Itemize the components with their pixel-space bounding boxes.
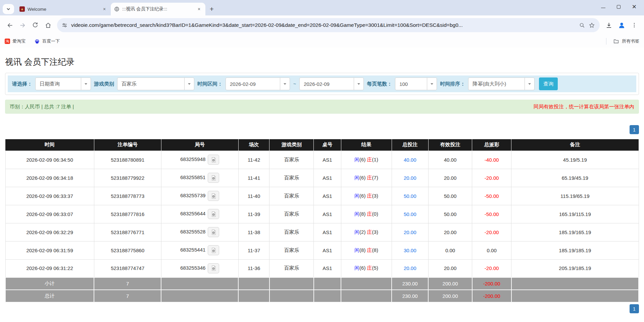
tab-search-button[interactable] (3, 4, 14, 14)
date-range-label: 时间区间： (197, 81, 222, 87)
sort-order-select[interactable]: 降幂(由大到小) (468, 77, 535, 90)
game-kind-label: 游戏类别 (94, 81, 114, 87)
date-end-input[interactable]: 2026-02-09 (299, 77, 364, 90)
video-record-icon (210, 175, 217, 181)
video-record-icon (210, 265, 217, 271)
cell-payout: -50.00 (472, 187, 511, 205)
range-separator: ~ (293, 81, 296, 87)
cell-payout: -40.00 (472, 151, 511, 169)
result-banker: 庄 (367, 247, 372, 253)
total-bet-link[interactable]: 50.00 (404, 193, 416, 199)
page-content: 视讯 会员下注纪录 请选择： 日期查询 游戏类别 百家乐 时间区间： 2026-… (0, 56, 644, 313)
menu-button[interactable] (628, 19, 641, 32)
forward-button[interactable] (16, 19, 29, 32)
cell-valid-bet: 20.00 (428, 259, 472, 277)
home-button[interactable] (42, 19, 54, 32)
profile-button[interactable] (615, 19, 628, 32)
total-bet-link[interactable]: 50.00 (404, 211, 416, 217)
cell-result: 闲(8) 庄(0) (341, 205, 392, 223)
cell-payout: -50.00 (472, 205, 511, 223)
bet-records-table: 时间注单编号局号场次游戏类别桌号结果总投注有效投注总派彩备注 2026-02-0… (5, 139, 639, 303)
cell-remark: 115.19/65.19 (511, 187, 639, 205)
page-button-1[interactable]: 1 (630, 125, 639, 134)
baidu-paw-icon (34, 39, 40, 44)
sort-order-label: 时间排序： (440, 81, 465, 87)
total-bet-link[interactable]: 20.00 (404, 175, 416, 181)
video-record-button[interactable] (208, 227, 219, 237)
page-button-1[interactable]: 1 (630, 304, 639, 313)
reload-button[interactable] (29, 19, 42, 32)
table-header-row: 时间注单编号局号场次游戏类别桌号结果总投注有效投注总派彩备注 (5, 139, 639, 151)
tab-title: Welcome (28, 7, 99, 12)
back-button[interactable] (3, 19, 16, 32)
bookmark-item-aitaobao[interactable]: 淘 爱淘宝 (5, 38, 26, 44)
new-tab-button[interactable]: + (207, 4, 217, 14)
maximize-button[interactable] (617, 5, 621, 9)
cell-payout: 0.00 (472, 241, 511, 259)
taobao-icon: 淘 (5, 39, 10, 44)
result-banker: 庄 (367, 265, 372, 271)
footer-count: 7 (94, 290, 161, 302)
query-type-select[interactable]: 日期查询 (35, 77, 91, 90)
cell-valid-bet: 50.00 (428, 205, 472, 223)
game-kind-select[interactable]: 百家乐 (117, 77, 194, 90)
cell-result: 闲(6) 庄(5) (341, 259, 392, 277)
tab-strip: ♠ Welcome × :::视讯 会员下注纪录::: × + ✕ (0, 0, 644, 15)
cards-logo-icon: ♠ (19, 6, 25, 12)
video-record-button[interactable] (208, 245, 219, 255)
cell-session: 11-36 (238, 259, 269, 277)
video-record-button[interactable] (208, 263, 219, 273)
cell-bet-id: 523188775860 (94, 241, 161, 259)
cell-game-kind: 百家乐 (269, 259, 314, 277)
cell-game-kind: 百家乐 (269, 187, 314, 205)
downloads-button[interactable] (602, 19, 615, 32)
site-info-icon[interactable] (62, 22, 67, 28)
date-start-value: 2026-02-09 (226, 78, 280, 90)
table-row: 2026-02-09 06:31:22523188774747683255346… (5, 259, 639, 277)
profile-avatar-icon (618, 21, 626, 29)
video-record-button[interactable] (208, 209, 219, 219)
table-row: 2026-02-09 06:33:07523188777816683255644… (5, 205, 639, 223)
cell-bet-id: 523188779922 (94, 169, 161, 187)
video-record-button[interactable] (208, 191, 219, 201)
per-page-select[interactable]: 100 (395, 77, 437, 90)
tab-close-icon[interactable]: × (101, 6, 107, 12)
game-kind-value: 百家乐 (117, 78, 184, 90)
cell-time: 2026-02-09 06:33:37 (5, 187, 94, 205)
bookmarks-bar: 淘 爱淘宝 百度一下 所有书签 (0, 35, 644, 48)
cell-total-bet: 50.00 (392, 205, 428, 223)
zoom-indicator-icon[interactable] (579, 22, 585, 28)
dropdown-arrow-icon (184, 78, 194, 90)
back-arrow-icon (6, 22, 13, 29)
date-end-value: 2026-02-09 (300, 78, 354, 90)
bookmark-star-icon[interactable] (589, 22, 595, 29)
result-banker: 庄 (367, 157, 372, 162)
cell-result: 闲(6) 庄(7) (341, 169, 392, 187)
total-bet-link[interactable]: 20.00 (404, 265, 416, 271)
search-button[interactable]: 查询 (539, 77, 558, 90)
total-bet-link[interactable]: 30.00 (404, 248, 416, 253)
total-bet-link[interactable]: 20.00 (404, 229, 416, 235)
tab-close-icon[interactable]: × (196, 6, 202, 12)
tab-welcome[interactable]: ♠ Welcome × (16, 3, 111, 15)
cell-payout: -20.00 (472, 169, 511, 187)
home-icon (45, 22, 52, 29)
cell-session: 11-42 (238, 151, 269, 169)
tab-betrecord[interactable]: :::视讯 会员下注纪录::: × (111, 3, 205, 15)
minimize-button[interactable] (601, 6, 605, 8)
date-start-input[interactable]: 2026-02-09 (226, 77, 290, 90)
result-player: 闲 (354, 193, 359, 199)
all-bookmarks-button[interactable]: 所有书签 (606, 38, 639, 45)
address-bar[interactable]: videoie.com/game/betrecord_search/kind3?… (57, 18, 600, 32)
total-bet-link[interactable]: 40.00 (404, 157, 416, 163)
download-icon (605, 22, 612, 29)
video-record-button[interactable] (208, 173, 219, 183)
window-close-button[interactable]: ✕ (632, 4, 637, 10)
subtotal-row: 小计7230.00200.00-200.00 (5, 277, 639, 290)
cell-round-id: 683255346 (161, 259, 238, 277)
bookmark-item-baidu[interactable]: 百度一下 (34, 38, 60, 44)
cell-total-bet: 20.00 (392, 259, 428, 277)
video-record-button[interactable] (208, 155, 219, 165)
cell-time: 2026-02-09 06:34:18 (5, 169, 94, 187)
column-header: 局号 (161, 139, 238, 151)
